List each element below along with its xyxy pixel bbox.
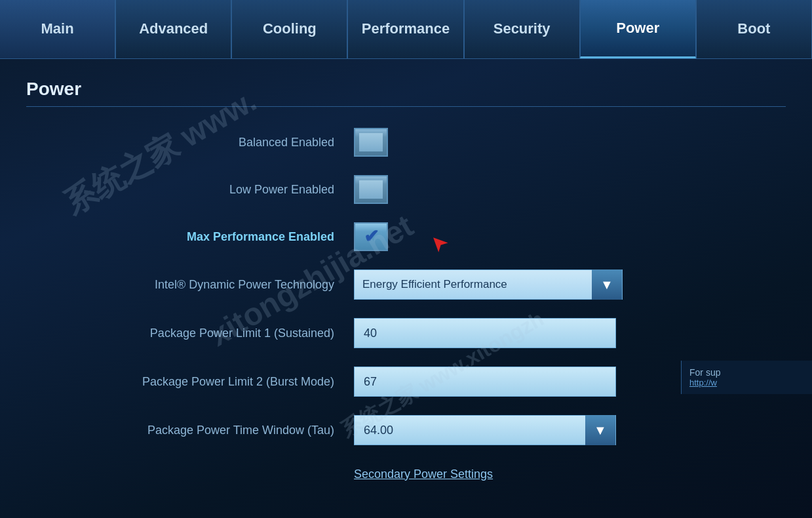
settings-container: Balanced Enabled Low Power Enabled Max P… xyxy=(26,120,786,492)
balanced-enabled-label: Balanced Enabled xyxy=(39,136,354,149)
low-power-enabled-row: Low Power Enabled xyxy=(26,167,786,212)
balanced-enabled-checkbox[interactable] xyxy=(354,128,388,157)
page-title: Power xyxy=(26,79,786,107)
ppl1-label: Package Power Limit 1 (Sustained) xyxy=(39,327,354,340)
tab-cooling[interactable]: Cooling xyxy=(231,0,347,58)
dynamic-power-label: Intel® Dynamic Power Technology xyxy=(39,278,354,292)
ppl2-row: Package Power Limit 2 (Burst Mode) xyxy=(26,359,786,405)
max-performance-enabled-row: Max Performance Enabled ✔ xyxy=(26,214,786,259)
tau-dropdown[interactable]: 64.00 ▼ xyxy=(354,415,616,445)
tau-row: Package Power Time Window (Tau) 64.00 ▼ xyxy=(26,407,786,453)
support-text: For sup xyxy=(689,367,804,378)
secondary-power-settings-link[interactable]: Secondary Power Settings xyxy=(354,468,493,481)
tau-value: 64.00 xyxy=(355,424,585,437)
tau-control: 64.00 ▼ xyxy=(354,415,773,445)
secondary-power-row: Secondary Power Settings xyxy=(26,456,786,492)
chevron-down-icon: ▼ xyxy=(594,423,607,438)
ppl1-input[interactable] xyxy=(354,318,616,348)
tab-main[interactable]: Main xyxy=(0,0,115,58)
ppl1-control xyxy=(354,318,773,348)
low-power-enabled-control xyxy=(354,175,773,204)
secondary-power-control: Secondary Power Settings xyxy=(354,468,773,481)
max-performance-enabled-checkbox[interactable]: ✔ xyxy=(354,222,388,251)
ppl1-row: Package Power Limit 1 (Sustained) xyxy=(26,310,786,356)
chevron-down-icon: ▼ xyxy=(600,277,613,292)
checkmark-icon: ✔ xyxy=(364,228,379,246)
ppl2-label: Package Power Limit 2 (Burst Mode) xyxy=(39,375,354,389)
tab-boot[interactable]: Boot xyxy=(696,0,812,58)
balanced-enabled-row: Balanced Enabled xyxy=(26,120,786,165)
dynamic-power-control: Energy Efficient Performance ▼ xyxy=(354,269,773,300)
dynamic-power-value: Energy Efficient Performance xyxy=(355,278,592,291)
right-info-panel: For sup http://w xyxy=(681,361,812,394)
max-performance-enabled-control: ✔ xyxy=(354,222,773,251)
tab-bar: Main Advanced Cooling Performance Securi… xyxy=(0,0,812,59)
low-power-enabled-label: Low Power Enabled xyxy=(39,183,354,197)
dynamic-power-dropdown[interactable]: Energy Efficient Performance ▼ xyxy=(354,269,623,300)
dynamic-power-row: Intel® Dynamic Power Technology Energy E… xyxy=(26,262,786,308)
tau-dropdown-arrow[interactable]: ▼ xyxy=(585,415,615,445)
tab-security[interactable]: Security xyxy=(464,0,580,58)
low-power-enabled-checkbox[interactable] xyxy=(354,175,388,204)
ppl2-input[interactable] xyxy=(354,367,616,397)
dynamic-power-dropdown-arrow[interactable]: ▼ xyxy=(592,269,622,300)
max-performance-enabled-label: Max Performance Enabled xyxy=(39,230,354,244)
tau-label: Package Power Time Window (Tau) xyxy=(39,424,354,437)
support-link[interactable]: http://w xyxy=(689,378,804,388)
main-content: Power Balanced Enabled Low Power Enabled… xyxy=(0,59,812,515)
tab-power[interactable]: Power xyxy=(580,0,696,58)
tab-advanced[interactable]: Advanced xyxy=(115,0,231,58)
balanced-enabled-control xyxy=(354,128,773,157)
tab-performance[interactable]: Performance xyxy=(347,0,463,58)
